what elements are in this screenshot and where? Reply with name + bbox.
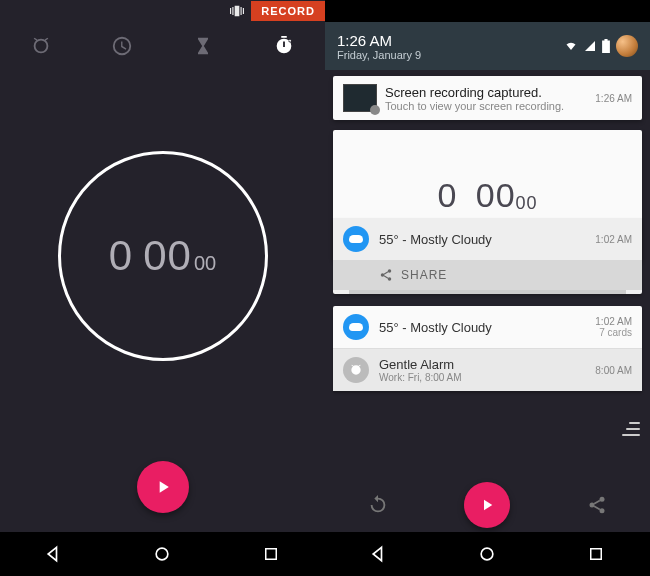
notification-timestamp: 1:26 AM: [595, 93, 632, 104]
play-icon: [478, 496, 496, 514]
share-action[interactable]: SHARE: [333, 260, 642, 290]
svg-rect-1: [266, 549, 277, 560]
start-button[interactable]: [464, 482, 510, 528]
signal-icon: [584, 40, 596, 52]
nav-home[interactable]: [472, 539, 502, 569]
share-icon: [379, 268, 393, 282]
wifi-icon: [564, 40, 578, 52]
shade-time: 1:26 AM: [337, 32, 421, 49]
reset-button[interactable]: [358, 494, 398, 516]
nav-recents[interactable]: [581, 539, 611, 569]
vibrate-icon: [229, 4, 245, 18]
status-bar: RECORD: [0, 0, 325, 22]
stopwatch-seconds: 00: [143, 232, 192, 280]
cloud-icon: [343, 314, 369, 340]
bg-min: 0: [437, 176, 457, 214]
stopwatch-circle: 0 00 00: [58, 151, 268, 361]
stopwatch-minutes: 0: [109, 232, 133, 280]
svg-point-8: [482, 548, 494, 560]
notification-shade-header[interactable]: 1:26 AM Friday, January 9: [325, 22, 650, 70]
svg-rect-9: [591, 549, 602, 560]
recording-thumbnail: [343, 84, 377, 112]
clock-tabs: [0, 22, 325, 70]
alarm-timestamp: 8:00 AM: [595, 365, 632, 376]
svg-point-6: [589, 503, 594, 508]
notification-subtitle: Touch to view your screen recording.: [385, 100, 564, 112]
dismiss-handle-icon[interactable]: [622, 422, 640, 436]
nav-back[interactable]: [39, 539, 69, 569]
weather-timestamp: 1:02 AM: [595, 316, 632, 327]
start-button[interactable]: [137, 461, 189, 513]
alarm-icon: [343, 357, 369, 383]
bg-cen: 00: [516, 193, 538, 213]
card-count: 7 cards: [595, 327, 632, 338]
bg-sec: 00: [476, 176, 516, 214]
share-label: SHARE: [401, 268, 447, 282]
android-navbar: [325, 532, 650, 576]
share-button[interactable]: [577, 495, 617, 515]
svg-point-7: [599, 508, 604, 513]
weather-title: 55° - Mostly Cloudy: [379, 232, 492, 247]
notification-alarm[interactable]: Gentle Alarm Work: Fri, 8:00 AM 8:00 AM: [333, 348, 642, 391]
notification-screen-recording[interactable]: Screen recording captured. Touch to view…: [333, 76, 642, 120]
alarm-subtitle: Work: Fri, 8:00 AM: [379, 372, 462, 383]
weather-title: 55° - Mostly Cloudy: [379, 320, 492, 335]
svg-point-2: [388, 269, 392, 273]
stopwatch-centis: 00: [194, 252, 216, 275]
svg-point-3: [381, 273, 385, 277]
alarm-title: Gentle Alarm: [379, 357, 462, 372]
tab-clock[interactable]: [102, 26, 142, 66]
weather-timestamp: 1:02 AM: [595, 234, 632, 245]
nav-home[interactable]: [147, 539, 177, 569]
tab-timer[interactable]: [183, 26, 223, 66]
play-icon: [153, 477, 173, 497]
cloud-icon: [343, 226, 369, 252]
notification-area: Screen recording captured. Touch to view…: [325, 70, 650, 532]
record-button[interactable]: RECORD: [251, 1, 325, 21]
tab-stopwatch[interactable]: [264, 26, 304, 66]
user-avatar[interactable]: [616, 35, 638, 57]
notification-title: Screen recording captured.: [385, 85, 564, 100]
shade-date: Friday, January 9: [337, 49, 421, 61]
svg-point-4: [388, 277, 392, 281]
stopwatch-display: 0 00 00: [0, 70, 325, 442]
svg-point-0: [157, 548, 169, 560]
tab-alarm[interactable]: [21, 26, 61, 66]
card-divider: [349, 290, 626, 294]
notification-weather-stack[interactable]: 55° - Mostly Cloudy 1:02 AM 7 cards Gent…: [333, 306, 642, 391]
status-bar: [325, 0, 650, 22]
notification-weather-expanded[interactable]: 55° - Mostly Cloudy 1:02 AM SHARE: [333, 218, 642, 294]
phone-left: RECORD 0 00 00: [0, 0, 325, 576]
battery-icon: [602, 39, 610, 53]
phone-right: 1:26 AM Friday, January 9 Screen recordi…: [325, 0, 650, 576]
fab-row: [0, 442, 325, 532]
android-navbar: [0, 532, 325, 576]
nav-back[interactable]: [364, 539, 394, 569]
screenshot-container: RECORD 0 00 00: [0, 0, 650, 576]
nav-recents[interactable]: [256, 539, 286, 569]
svg-point-5: [599, 497, 604, 502]
bottom-action-row: [325, 478, 650, 532]
